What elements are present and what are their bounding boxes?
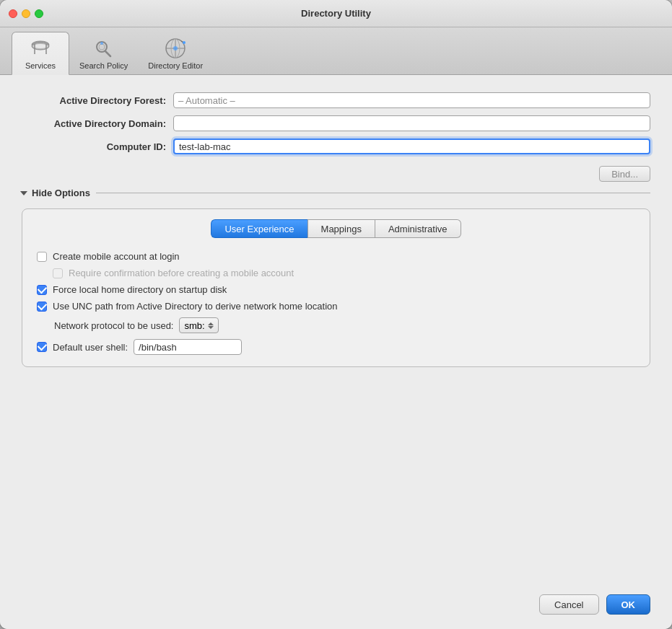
bottom-buttons: Cancel OK xyxy=(22,580,650,615)
tab-mappings[interactable]: Mappings xyxy=(307,219,375,238)
options-toggle-label[interactable]: Hide Options xyxy=(32,188,90,198)
default-shell-label: Default user shell: xyxy=(53,342,128,353)
svg-point-4 xyxy=(33,44,48,48)
svg-point-17 xyxy=(183,41,186,44)
computer-id-label: Computer ID: xyxy=(22,141,173,152)
forest-input[interactable] xyxy=(173,92,650,108)
use-unc-path-checkbox[interactable] xyxy=(37,302,47,312)
window-title: Directory Utility xyxy=(301,8,371,19)
bind-button[interactable]: Bind... xyxy=(599,166,650,182)
triangle-icon[interactable] xyxy=(20,191,27,195)
require-confirmation-label: Require confirmation before creating a m… xyxy=(69,268,294,278)
create-mobile-checkbox[interactable] xyxy=(37,252,47,262)
bind-row: Bind... xyxy=(22,166,650,182)
search-policy-icon xyxy=(92,37,115,60)
protocol-select[interactable]: smb: xyxy=(179,317,218,333)
default-shell-checkbox[interactable] xyxy=(37,342,47,352)
protocol-label: Network protocol to be used: xyxy=(54,320,173,331)
services-icon xyxy=(29,37,52,60)
forest-row: Active Directory Forest: xyxy=(22,92,650,108)
domain-row: Active Directory Domain: xyxy=(22,115,650,131)
spinner-icon xyxy=(208,322,214,329)
subtabs: User Experience Mappings Administrative xyxy=(22,209,650,247)
cancel-button[interactable]: Cancel xyxy=(539,594,598,615)
directory-editor-label: Directory Editor xyxy=(148,61,203,70)
toolbar: Services Search Policy xyxy=(0,27,672,75)
titlebar: Directory Utility xyxy=(0,0,672,27)
require-confirmation-checkbox[interactable] xyxy=(53,268,63,278)
toolbar-item-search-policy[interactable]: Search Policy xyxy=(69,32,138,74)
spinner-up-icon xyxy=(208,322,214,325)
svg-point-10 xyxy=(100,42,103,45)
default-shell-input[interactable] xyxy=(134,339,242,355)
tab-administrative[interactable]: Administrative xyxy=(375,219,461,238)
default-shell-row: Default user shell: xyxy=(37,339,635,355)
main-content: Active Directory Forest: Active Director… xyxy=(0,75,672,629)
options-box: User Experience Mappings Administrative … xyxy=(22,208,650,367)
svg-point-8 xyxy=(99,44,105,50)
minimize-button[interactable] xyxy=(22,9,30,18)
force-local-home-label: Force local home directory on startup di… xyxy=(53,284,227,295)
protocol-value: smb: xyxy=(184,320,204,331)
force-local-home-checkbox[interactable] xyxy=(37,285,47,295)
directory-utility-window: Directory Utility Services xyxy=(0,0,672,629)
use-unc-path-row: Use UNC path from Active Directory to de… xyxy=(37,301,635,312)
options-content: Create mobile account at login Require c… xyxy=(22,247,650,355)
computer-id-input[interactable] xyxy=(173,138,650,154)
options-divider: Hide Options xyxy=(22,188,650,198)
svg-point-15 xyxy=(173,46,178,50)
create-mobile-label: Create mobile account at login xyxy=(53,251,180,262)
toolbar-item-services[interactable]: Services xyxy=(12,32,69,75)
force-local-home-row: Force local home directory on startup di… xyxy=(37,284,635,295)
ok-button[interactable]: OK xyxy=(606,594,651,615)
close-button[interactable] xyxy=(9,9,17,18)
computer-id-row: Computer ID: xyxy=(22,138,650,154)
toolbar-item-directory-editor[interactable]: Directory Editor xyxy=(138,32,213,74)
traffic-lights xyxy=(9,9,43,18)
svg-line-9 xyxy=(105,51,110,56)
protocol-row: Network protocol to be used: smb: xyxy=(37,317,635,333)
maximize-button[interactable] xyxy=(35,9,43,18)
form-section: Active Directory Forest: Active Director… xyxy=(22,92,650,154)
spinner-down-icon xyxy=(208,326,214,329)
search-policy-label: Search Policy xyxy=(79,61,128,70)
tab-user-experience[interactable]: User Experience xyxy=(211,219,307,238)
divider-line xyxy=(96,193,650,193)
forest-label: Active Directory Forest: xyxy=(22,95,173,106)
require-confirmation-row: Require confirmation before creating a m… xyxy=(37,268,635,278)
domain-label: Active Directory Domain: xyxy=(22,118,173,129)
directory-editor-icon xyxy=(164,37,187,60)
create-mobile-row: Create mobile account at login xyxy=(37,251,635,262)
services-label: Services xyxy=(25,61,56,70)
use-unc-path-label: Use UNC path from Active Directory to de… xyxy=(53,301,338,312)
domain-input[interactable] xyxy=(173,115,650,131)
